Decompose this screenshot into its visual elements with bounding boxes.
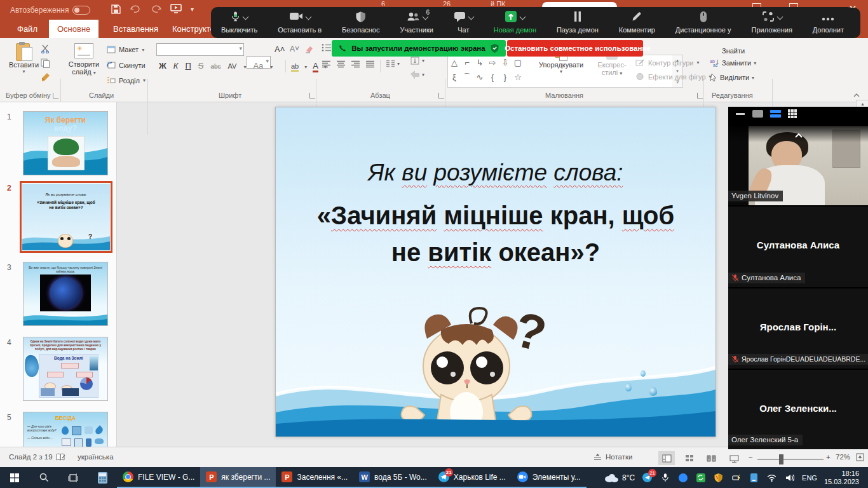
slide-sorter-view-button[interactable] bbox=[681, 451, 698, 465]
text-direction-button[interactable]: ▾ bbox=[410, 56, 424, 65]
proofing-icon[interactable] bbox=[56, 453, 65, 463]
shadow-button[interactable]: abc bbox=[210, 63, 220, 70]
taskbar-app-chrome[interactable]: FILE VIEW - G... bbox=[117, 467, 200, 488]
zoom-in-button[interactable]: + bbox=[826, 453, 831, 461]
paste-button[interactable]: Вставити ▾ bbox=[9, 42, 39, 74]
participant-tile[interactable]: Султанова Алиса Султанова Алиса bbox=[728, 207, 868, 287]
strikethrough-button[interactable]: S bbox=[198, 61, 204, 71]
clock[interactable]: 18:16 15.03.2023 bbox=[824, 470, 863, 486]
taskbar-app-word[interactable]: W вода 5Б - Wo... bbox=[353, 467, 433, 488]
slide-canvas[interactable]: Як ви розумієте слова: «Зачиняй міцніше … bbox=[275, 107, 716, 437]
highlight-color-button[interactable]: ab bbox=[291, 62, 299, 72]
chevron-down-icon[interactable] bbox=[243, 14, 249, 20]
chevron-down-icon[interactable] bbox=[305, 14, 311, 20]
thumbnail-slide-3[interactable]: Ви вже знаєте, що більшу частину поверхн… bbox=[23, 262, 108, 326]
minimize-panel-icon[interactable] bbox=[736, 113, 745, 115]
taskbar-app-zoom[interactable]: Элементы у... bbox=[512, 467, 587, 488]
tray-defender-icon[interactable] bbox=[713, 472, 724, 483]
keyboard-language[interactable]: ENG bbox=[802, 474, 817, 482]
tray-device-icon[interactable] bbox=[749, 472, 759, 483]
shape-brace-left-icon[interactable]: { bbox=[486, 70, 499, 85]
thumbnail-slide-1[interactable]: Як берегти воду? bbox=[23, 111, 108, 175]
chevron-down-icon[interactable]: ▾ bbox=[270, 64, 273, 70]
participant-tile[interactable]: Олег Зеленски... Олег Зеленский 5-а bbox=[728, 370, 868, 449]
chevron-down-icon[interactable] bbox=[468, 14, 474, 20]
tray-microphone-icon[interactable] bbox=[660, 472, 670, 483]
zoom-slider-track[interactable] bbox=[757, 459, 824, 460]
shape-arrow-down-icon[interactable]: ⇩ bbox=[499, 55, 512, 70]
search-button[interactable] bbox=[29, 467, 58, 488]
remote-control-button[interactable]: Дистанционное у bbox=[675, 11, 731, 34]
participant-tile[interactable]: Ярослав Горін... Ярослав ГорінDEUADEUADE… bbox=[728, 288, 868, 369]
language-indicator[interactable]: українська bbox=[78, 453, 114, 461]
redo-icon[interactable] bbox=[151, 4, 161, 16]
speaker-view-icon[interactable] bbox=[752, 110, 763, 118]
replace-button[interactable]: abac Замінити▾ bbox=[710, 58, 756, 67]
autosave-toggle[interactable]: Автозбереження bbox=[10, 6, 90, 15]
shrink-font-button[interactable]: A˅ bbox=[290, 44, 299, 53]
character-spacing-button[interactable]: AV bbox=[228, 62, 237, 70]
tab-file[interactable]: Файл bbox=[9, 20, 46, 38]
tray-volume-icon[interactable] bbox=[784, 472, 795, 483]
chevron-down-icon[interactable] bbox=[520, 14, 526, 20]
shape-plaque-icon[interactable]: ▢ bbox=[512, 55, 524, 70]
chevron-down-icon[interactable]: ▾ bbox=[243, 64, 246, 70]
copy-icon[interactable] bbox=[41, 58, 50, 71]
find-button[interactable]: Знайти bbox=[722, 44, 745, 56]
collapse-panel-chevron-icon[interactable] bbox=[794, 130, 803, 135]
font-dialog-launcher[interactable] bbox=[309, 93, 315, 98]
chevron-down-icon[interactable] bbox=[776, 14, 783, 20]
taskbar-app-powerpoint-active[interactable]: P як зберегти ... bbox=[200, 467, 276, 488]
shape-arrow-right-icon[interactable]: ⇨ bbox=[486, 55, 499, 70]
shape-curve-icon[interactable]: ∿ bbox=[473, 70, 486, 85]
thumbnail-slide-2-selected[interactable]: Як ви розумієте слова: «Зачиняй міцніше … bbox=[20, 181, 112, 253]
start-button[interactable] bbox=[0, 467, 29, 488]
reset-button[interactable]: Скинути bbox=[107, 61, 146, 69]
bold-button[interactable]: Ж bbox=[159, 61, 166, 71]
clear-formatting-icon[interactable] bbox=[305, 44, 314, 56]
new-share-button[interactable]: Новая демон bbox=[494, 11, 536, 34]
thumbnail-slide-5[interactable]: БЕСІДА — Для чого сім'я використовує вод… bbox=[23, 412, 108, 447]
convert-smartart-button[interactable]: ▾ bbox=[410, 70, 424, 79]
zoom-percentage[interactable]: 72% bbox=[836, 453, 850, 461]
slide-thumbnail-pane[interactable]: 1 Як берегти воду? 2 Як ви розумієте сло… bbox=[0, 102, 117, 447]
shape-arc-icon[interactable]: ⌒ bbox=[461, 70, 473, 85]
undo-icon[interactable] bbox=[130, 4, 140, 16]
tray-telegram-icon[interactable]: 21 bbox=[642, 472, 653, 483]
select-button[interactable]: Виділити▾ bbox=[710, 73, 754, 82]
change-case-button[interactable]: Aa bbox=[253, 61, 263, 71]
columns-button[interactable]: ▾ bbox=[386, 60, 400, 68]
normal-view-button[interactable] bbox=[658, 451, 675, 465]
video-tile-yvgen[interactable]: Yvgen Litvinov bbox=[728, 126, 868, 205]
underline-button[interactable]: П bbox=[185, 61, 191, 71]
clipboard-dialog-launcher[interactable] bbox=[53, 93, 58, 98]
drawing-dialog-launcher[interactable] bbox=[697, 93, 703, 98]
cut-icon[interactable] bbox=[41, 44, 50, 56]
pause-share-button[interactable]: Пауза демон bbox=[557, 11, 599, 34]
tab-home[interactable]: Основне bbox=[49, 20, 98, 38]
tab-insert[interactable]: Вставлення bbox=[105, 20, 166, 38]
font-name-combobox[interactable] bbox=[156, 43, 244, 56]
tray-sync-icon[interactable] bbox=[695, 472, 706, 483]
tray-zoom-icon[interactable] bbox=[677, 472, 688, 483]
zoom-slider-handle[interactable] bbox=[779, 454, 783, 464]
security-button[interactable]: Безопаснос bbox=[342, 11, 379, 34]
apps-button[interactable]: Приложения bbox=[751, 11, 792, 34]
format-painter-icon[interactable] bbox=[41, 72, 51, 85]
mute-button[interactable]: Выключить bbox=[221, 11, 257, 34]
annotate-button[interactable]: Комментир bbox=[619, 11, 655, 34]
grow-font-button[interactable]: A˄ bbox=[275, 44, 285, 54]
stop-video-button[interactable]: Остановить в bbox=[278, 11, 322, 34]
task-view-button[interactable] bbox=[58, 467, 88, 488]
bullets-icon[interactable] bbox=[322, 43, 332, 55]
shape-triangle-icon[interactable]: △ bbox=[448, 55, 461, 70]
font-color-button[interactable]: А bbox=[313, 61, 318, 72]
save-icon[interactable] bbox=[111, 4, 121, 16]
grid-view-icon[interactable] bbox=[788, 109, 797, 118]
shape-scribble-icon[interactable]: ξ bbox=[448, 70, 461, 85]
align-right-icon[interactable] bbox=[351, 60, 360, 71]
shape-star-icon[interactable]: ☆ bbox=[512, 70, 524, 85]
chat-button[interactable]: Чат bbox=[454, 11, 473, 34]
collapse-ribbon-icon[interactable] bbox=[853, 89, 860, 94]
align-left-icon[interactable] bbox=[322, 60, 331, 71]
